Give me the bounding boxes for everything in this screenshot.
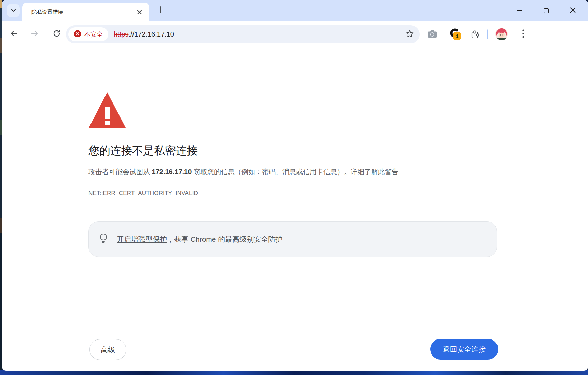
extensions-button[interactable]: [470, 29, 480, 40]
advanced-button[interactable]: 高级: [89, 339, 126, 360]
close-icon: [570, 7, 576, 15]
extension-badge: 1: [453, 32, 461, 40]
star-icon: [406, 30, 414, 39]
puzzle-icon: [470, 29, 480, 40]
profile-avatar[interactable]: [495, 28, 508, 40]
tab-strip: 隐私设置错误: [2, 0, 588, 21]
browser-window: 隐私设置错误: [2, 0, 588, 371]
tab-close-icon[interactable]: [135, 8, 144, 16]
reload-button[interactable]: [52, 29, 61, 39]
active-tab[interactable]: 隐私设置错误: [22, 3, 149, 21]
toolbar-separator: [487, 29, 488, 39]
banner-rest-text: ，获享 Chrome 的最高级别安全防护: [167, 235, 282, 243]
exclamation-bar: [105, 107, 110, 119]
error-code: NET::ERR_CERT_AUTHORITY_INVALID: [88, 190, 198, 197]
browser-toolbar: 不安全 https://172.16.17.10 1: [2, 21, 588, 47]
error-description: 攻击者可能会试图从 172.16.17.10 窃取您的信息（例如：密码、消息或信…: [88, 167, 398, 177]
exclamation-dot: [105, 121, 110, 125]
url-rest: ://172.16.17.10: [128, 30, 174, 38]
page-title: 您的连接不是私密连接: [88, 143, 198, 158]
chevron-down-icon: [11, 7, 16, 14]
security-chip-label: 不安全: [84, 30, 103, 39]
back-to-safety-button[interactable]: 返回安全连接: [430, 339, 498, 360]
maximize-icon: [544, 8, 549, 13]
window-minimize-button[interactable]: [506, 0, 533, 21]
description-suffix: 窃取您的信息（例如：密码、消息或信用卡信息）。: [192, 168, 351, 176]
url-text: https://172.16.17.10: [114, 30, 174, 38]
bookmark-button[interactable]: [405, 30, 414, 39]
forward-arrow-icon: [30, 29, 40, 40]
browser-menu-button[interactable]: [518, 29, 529, 40]
new-tab-button[interactable]: [155, 5, 166, 16]
plus-icon: [156, 5, 165, 16]
window-maximize-button[interactable]: [533, 0, 559, 21]
warning-triangle-icon: [89, 92, 126, 128]
camera-icon: [428, 30, 437, 39]
minimize-icon: [517, 10, 522, 11]
reload-icon: [52, 29, 61, 40]
tab-title: 隐私设置错误: [31, 9, 135, 16]
window-controls: [506, 0, 586, 21]
lightbulb-icon: [99, 233, 108, 246]
url-scheme: https: [114, 30, 128, 38]
window-close-button[interactable]: [559, 0, 586, 21]
not-secure-stop-icon: [74, 30, 81, 39]
back-arrow-icon: [9, 29, 18, 40]
tab-search-button[interactable]: [7, 4, 20, 17]
screenshot-button[interactable]: [427, 29, 437, 40]
attacker-ip: 172.16.17.10: [152, 168, 192, 176]
avatar-image: [495, 28, 508, 40]
banner-text: 开启增强型保护，获享 Chrome 的最高级别安全防护: [117, 235, 282, 244]
security-chip[interactable]: 不安全: [68, 27, 108, 41]
extension-logo-button[interactable]: 1: [449, 28, 462, 41]
address-bar[interactable]: 不安全 https://172.16.17.10: [66, 25, 420, 43]
learn-more-link[interactable]: 详细了解此警告: [351, 168, 398, 176]
enhanced-protection-banner: 开启增强型保护，获享 Chrome 的最高级别安全防护: [88, 221, 497, 257]
forward-button[interactable]: [30, 29, 40, 39]
enable-protection-link[interactable]: 开启增强型保护: [117, 235, 167, 243]
description-prefix: 攻击者可能会试图从: [88, 168, 152, 176]
kebab-menu-icon: [522, 29, 525, 40]
back-button[interactable]: [9, 29, 18, 39]
